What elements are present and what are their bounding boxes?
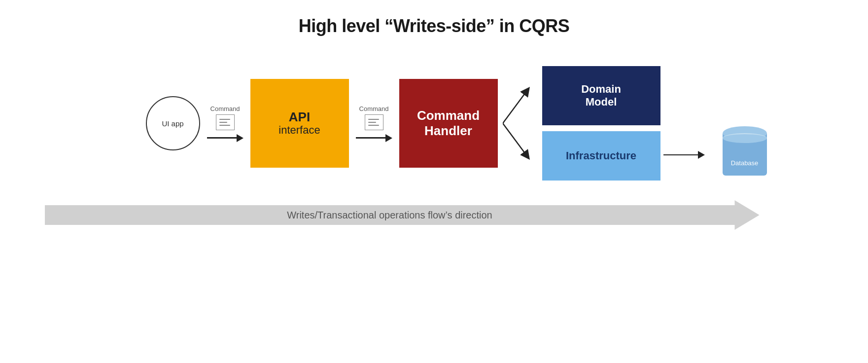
command-icon-line (368, 125, 379, 126)
arrow-head (237, 134, 243, 142)
diagonal-arrows-svg (503, 61, 537, 185)
command-icon-line (368, 119, 379, 120)
database-cylinder: Database (723, 126, 767, 176)
infra-db-arrow-line (663, 154, 698, 156)
infrastructure-text: Infrastructure (566, 149, 636, 162)
page-title: High level “Writes-side” in CQRS (299, 16, 569, 36)
flow-arrow-shape: Writes/Transactional operations flow’s d… (45, 200, 760, 230)
infrastructure-box: Infrastructure (542, 131, 660, 181)
command-icon-line (219, 119, 230, 120)
domain-model-text: Domain Model (581, 83, 621, 109)
infra-db-arrow-head (698, 151, 705, 159)
command-icon-line (219, 122, 227, 123)
api-interface-box: API interface (250, 79, 349, 168)
command-icon-2 (365, 114, 383, 130)
svg-line-0 (503, 89, 528, 123)
domain-label-2: Model (586, 96, 617, 108)
database-wrapper: Database (723, 126, 767, 176)
api-box-title: API (289, 110, 310, 124)
command-icon-1 (216, 114, 235, 130)
command-icon-line (368, 122, 376, 123)
command-icon-line (219, 125, 230, 126)
diagonal-arrows (503, 61, 537, 185)
handler-box-text: Command Handler (417, 108, 480, 139)
database-label: Database (723, 159, 767, 167)
bottom-flow: Writes/Transactional operations flow’s d… (45, 200, 824, 230)
command-label-1: Command (210, 105, 240, 112)
diagram-area: UI app Command API interface (0, 61, 868, 230)
arrow-line (207, 137, 237, 139)
command-handler-box: Command Handler (399, 79, 498, 168)
ui-app-node: UI app (146, 96, 200, 150)
svg-line-1 (503, 123, 528, 158)
handler-line1: Command (417, 108, 480, 123)
db-top-inner (723, 133, 767, 143)
handler-line2: Handler (424, 123, 472, 138)
infra-to-db-container (663, 61, 723, 185)
flow-row: UI app Command API interface (0, 61, 868, 185)
right-stack: Domain Model Infrastructure (542, 66, 660, 181)
ui-app-label: UI app (162, 119, 183, 128)
flow-direction-text: Writes/Transactional operations flow’s d… (287, 210, 492, 221)
arrow-line (356, 137, 385, 139)
arrow-ui-to-api: Command (202, 105, 248, 142)
arrow-api-to-handler: Command (351, 105, 397, 142)
arrow-head (385, 134, 392, 142)
domain-model-box: Domain Model (542, 66, 660, 125)
api-box-sub: interface (278, 124, 320, 137)
command-label-2: Command (359, 105, 389, 112)
domain-label-1: Domain (581, 83, 621, 95)
